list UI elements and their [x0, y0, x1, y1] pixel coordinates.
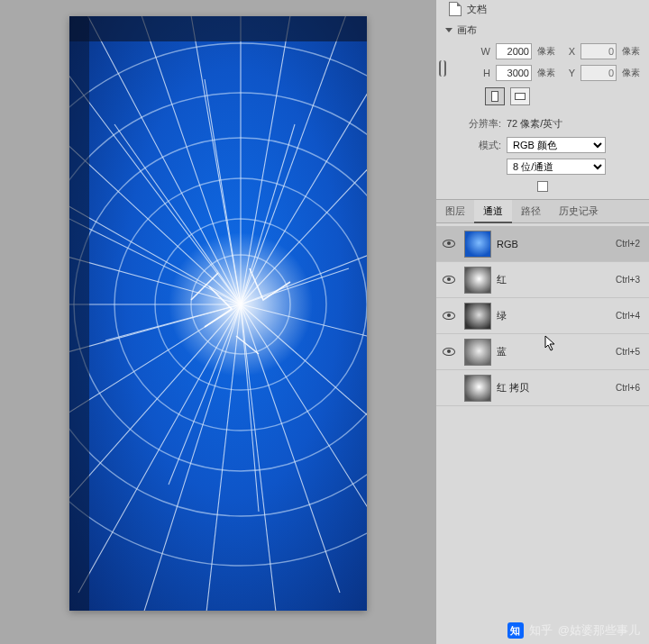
y-label: Y: [561, 68, 575, 78]
channel-thumbnail: [464, 267, 491, 294]
canvas-image: [69, 16, 367, 611]
y-unit: 像素: [622, 67, 640, 79]
width-row: W 像素 X 像素: [449, 41, 649, 62]
properties-panel: 文档 画布 W 像素 X 像素 H: [436, 0, 649, 644]
panel-tabbar: 图层 通道 路径 历史记录: [436, 199, 649, 223]
canvas-section-label: 画布: [457, 23, 477, 37]
document-label: 文档: [467, 3, 487, 16]
orientation-landscape-button[interactable]: [510, 87, 530, 105]
channel-thumbnail: [464, 339, 491, 366]
zhihu-logo-icon: 知: [507, 622, 524, 639]
channel-name: 绿: [497, 309, 610, 322]
visibility-toggle[interactable]: [439, 348, 459, 356]
channel-thumbnail: [464, 231, 491, 258]
channel-name: 蓝: [497, 345, 610, 358]
watermark-user: @姑婆那些事儿: [558, 622, 640, 639]
document-icon: [449, 2, 462, 16]
tab-paths[interactable]: 路径: [512, 200, 550, 222]
document-header[interactable]: 文档: [436, 0, 649, 20]
canvas-section-header[interactable]: 画布: [436, 20, 649, 41]
channel-thumbnail: [464, 375, 491, 402]
height-input[interactable]: [496, 65, 532, 81]
svg-rect-41: [69, 16, 367, 41]
channel-shortcut: Ctrl+3: [616, 275, 640, 285]
eye-icon: [443, 240, 455, 248]
visibility-toggle[interactable]: [439, 276, 459, 284]
mode-row: 模式: RGB 颜色: [436, 134, 649, 156]
workspace[interactable]: [0, 0, 436, 644]
width-input[interactable]: [496, 43, 532, 59]
eye-icon: [443, 276, 455, 284]
watermark-brand: 知乎: [529, 622, 553, 639]
channel-list: RGBCtrl+2红Ctrl+3绿Ctrl+4蓝Ctrl+5红 拷贝Ctrl+6: [436, 223, 649, 644]
eye-icon: [443, 348, 455, 356]
watermark: 知 知乎 @姑婆那些事儿: [507, 622, 640, 639]
x-label: X: [561, 46, 575, 57]
channel-shortcut: Ctrl+2: [616, 239, 640, 249]
eye-icon: [443, 312, 455, 320]
channel-row[interactable]: 绿Ctrl+4: [436, 298, 649, 334]
channel-shortcut: Ctrl+6: [616, 383, 640, 393]
bits-row: 8 位/通道: [436, 156, 649, 177]
canvas-document[interactable]: [69, 16, 367, 611]
canvas-checkbox[interactable]: [537, 181, 548, 192]
resolution-value: 72 像素/英寸: [507, 117, 562, 131]
channel-shortcut: Ctrl+5: [616, 347, 640, 357]
tab-history[interactable]: 历史记录: [550, 200, 608, 222]
y-input[interactable]: [580, 65, 617, 81]
channel-shortcut: Ctrl+4: [616, 311, 640, 321]
bit-depth-select[interactable]: 8 位/通道: [507, 159, 606, 175]
channel-row[interactable]: 红Ctrl+3: [436, 262, 649, 298]
svg-rect-42: [69, 16, 89, 611]
visibility-toggle[interactable]: [439, 240, 459, 248]
resolution-row: 分辨率: 72 像素/英寸: [436, 113, 649, 134]
channel-name: 红 拷贝: [497, 381, 610, 395]
height-row: H 像素 Y 像素: [449, 62, 649, 84]
tab-channels[interactable]: 通道: [474, 200, 512, 223]
height-unit: 像素: [537, 67, 555, 79]
color-mode-select[interactable]: RGB 颜色: [507, 137, 606, 153]
channel-row[interactable]: 红 拷贝Ctrl+6: [436, 370, 649, 406]
resolution-label: 分辨率:: [463, 117, 501, 131]
width-label: W: [476, 46, 490, 57]
visibility-toggle[interactable]: [439, 312, 459, 320]
tab-layers[interactable]: 图层: [436, 200, 474, 222]
svg-point-40: [169, 232, 313, 376]
height-label: H: [476, 68, 490, 78]
channel-row[interactable]: 蓝Ctrl+5: [436, 334, 649, 370]
channel-name: RGB: [497, 239, 610, 249]
link-dimensions-icon[interactable]: [439, 60, 446, 77]
mode-label: 模式:: [463, 139, 501, 152]
width-unit: 像素: [537, 45, 555, 58]
chevron-down-icon: [445, 28, 452, 32]
channel-thumbnail: [464, 303, 491, 330]
channel-row[interactable]: RGBCtrl+2: [436, 226, 649, 262]
x-unit: 像素: [622, 45, 640, 58]
x-input[interactable]: [580, 43, 617, 59]
channel-name: 红: [497, 273, 610, 286]
orientation-portrait-button[interactable]: [485, 87, 505, 105]
